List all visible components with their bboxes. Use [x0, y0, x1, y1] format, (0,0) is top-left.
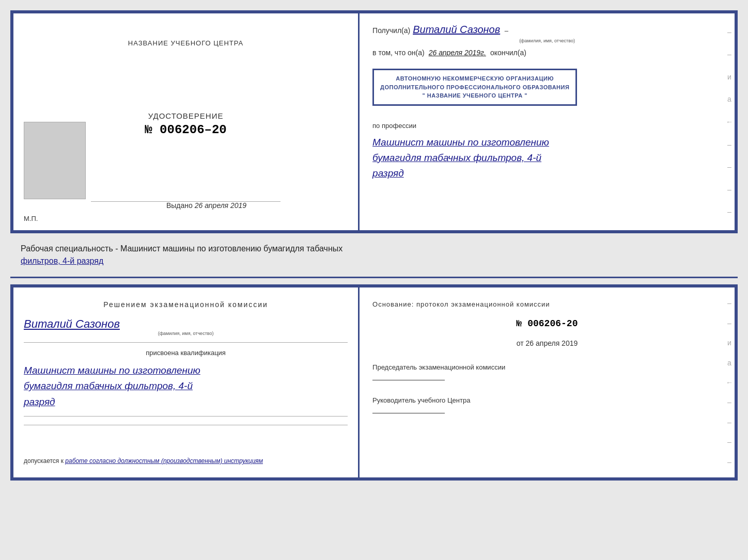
signature-line-left — [91, 201, 280, 202]
poluchil-name: Виталий Сазонов — [413, 24, 500, 36]
stamp-box: АВТОНОМНУЮ НЕКОММЕРЧЕСКУЮ ОРГАНИЗАЦИЮ ДО… — [372, 69, 577, 106]
poluchil-line: Получил(а) Виталий Сазонов – (фамилия, и… — [372, 24, 722, 43]
vydano-date: 26 апреля 2019 — [195, 201, 246, 210]
rukovoditel-label: Руководитель учебного Центра — [372, 396, 722, 405]
document-bottom: Решением экзаменационной комиссии Витали… — [10, 284, 738, 481]
predsedatel-block: Председатель экзаменационной комиссии — [372, 363, 722, 380]
middle-text: Рабочая специальность - Машинист машины … — [10, 238, 738, 271]
profession-block: Машинист машины по изготовлению бумагидл… — [372, 135, 722, 182]
bottom-right-dashes: – – и а ← – – – – — [724, 287, 735, 477]
document-top: НАЗВАНИЕ УЧЕБНОГО ЦЕНТРА УДОСТОВЕРЕНИЕ №… — [10, 10, 738, 233]
middle-line1: Рабочая специальность - Машинист машины … — [21, 244, 342, 253]
ot-date: от 26 апреля 2019 — [372, 339, 722, 347]
poluchil-caption: (фамилия, имя, отчество) — [372, 38, 722, 43]
stamp-line2: ДОПОЛНИТЕЛЬНОГО ПРОФЕССИОНАЛЬНОГО ОБРАЗО… — [380, 83, 569, 92]
profession-line1: Машинист машины по изготовлению — [372, 135, 722, 150]
rukovoditel-signature-line — [372, 413, 445, 413]
commission-name: Виталий Сазонов — [24, 317, 348, 331]
page-wrapper: НАЗВАНИЕ УЧЕБНОГО ЦЕНТРА УДОСТОВЕРЕНИЕ №… — [10, 10, 738, 481]
po-professii: по профессии — [372, 122, 722, 130]
predsedatel-signature-line — [372, 380, 445, 380]
dopuskaetsya-italic: работе согласно должностным (производств… — [65, 457, 263, 465]
udostoverenie-label: УДОСТОВЕРЕНИЕ — [145, 111, 226, 120]
right-dashes: – – и а ← – – – – — [724, 13, 735, 230]
rukovoditel-block: Руководитель учебного Центра — [372, 396, 722, 413]
doc-top-left: НАЗВАНИЕ УЧЕБНОГО ЦЕНТРА УДОСТОВЕРЕНИЕ №… — [13, 13, 360, 230]
doc-bottom-right: Основание: протокол экзаменационной коми… — [360, 287, 735, 477]
doc-bottom-left: Решением экзаменационной комиссии Витали… — [13, 287, 360, 477]
mp-label: М.П. — [24, 215, 38, 222]
profession-line2: бумагидля табачных фильтров, 4-й — [372, 150, 722, 166]
kvali-block: Машинист машины по изготовлению бумагидл… — [24, 363, 348, 410]
vtom-line: в том, что он(а) 26 апреля 2019г. окончи… — [372, 49, 722, 57]
dopuskaetsya-prefix: допускается к — [24, 457, 64, 465]
vydano-line: Выдано 26 апреля 2019 — [125, 201, 246, 210]
dopuskaetsya-line: допускается к работе согласно должностны… — [24, 457, 348, 465]
kvali-line2: бумагидля табачных фильтров, 4-й — [24, 378, 348, 394]
osnovanie-title: Основание: протокол экзаменационной коми… — [372, 300, 722, 308]
middle-line2: фильтров, 4-й разряд — [21, 257, 103, 265]
ot-prefix: от — [517, 339, 524, 347]
predsedatel-label: Председатель экзаменационной комиссии — [372, 363, 722, 372]
poluchil-prefix: Получил(а) — [372, 26, 410, 35]
prisvoena-text: присвоена квалификация — [24, 349, 348, 357]
kvali-line1: Машинист машины по изготовлению — [24, 363, 348, 378]
ot-date-value: 26 апреля 2019 — [526, 339, 578, 347]
udostoverenie-number: № 006206–20 — [145, 123, 226, 137]
kvali-line3: разряд — [24, 394, 348, 410]
name-underline — [24, 342, 348, 343]
okonchil: окончил(а) — [490, 49, 526, 57]
vtom-date: 26 апреля 2019г. — [429, 49, 486, 57]
udostoverenie-block: УДОСТОВЕРЕНИЕ № 006206–20 — [145, 111, 226, 137]
doc-top-right: Получил(а) Виталий Сазонов – (фамилия, и… — [360, 13, 735, 230]
center-divider — [10, 277, 738, 278]
stamp-line1: АВТОНОМНУЮ НЕКОММЕРЧЕСКУЮ ОРГАНИЗАЦИЮ — [380, 74, 569, 83]
vtom-prefix: в том, что он(а) — [372, 49, 425, 57]
kvali-underline — [24, 416, 348, 417]
commission-name-block: Виталий Сазонов (фамилия, имя, отчество) — [24, 315, 348, 336]
fio-caption: (фамилия, имя, отчество) — [24, 331, 348, 336]
profession-line3: разряд — [372, 166, 722, 181]
resheniem-title: Решением экзаменационной комиссии — [24, 300, 348, 309]
photo-placeholder — [24, 122, 86, 199]
proto-number: № 006206-20 — [372, 318, 722, 329]
center-title: НАЗВАНИЕ УЧЕБНОГО ЦЕНТРА — [128, 39, 243, 47]
stamp-line3: " НАЗВАНИЕ УЧЕБНОГО ЦЕНТРА " — [380, 91, 569, 100]
vydano-label: Выдано — [166, 201, 193, 210]
kvali-underline2 — [24, 425, 348, 425]
